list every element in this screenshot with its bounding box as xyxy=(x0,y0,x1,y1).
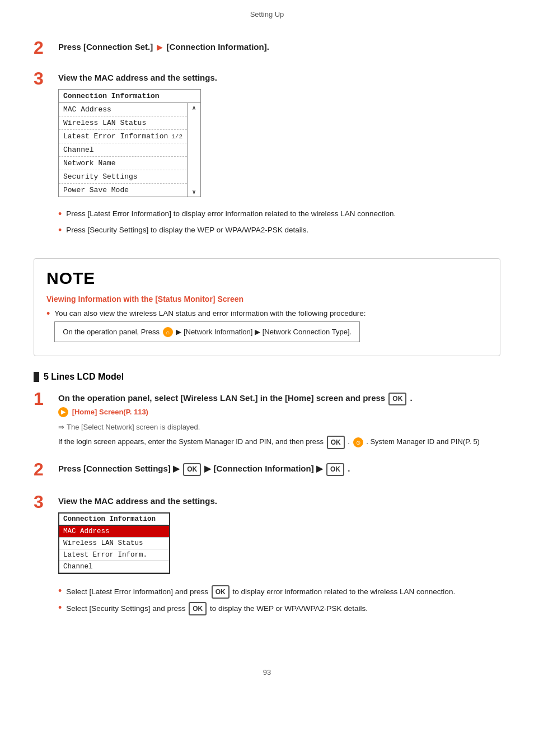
step-1-lcd-sub: ⇒ The [Select Network] screen is display… xyxy=(58,423,500,431)
bullets-touch: • Press [Latest Error Information] to di… xyxy=(58,208,500,237)
step-number-3-lcd: 3 xyxy=(34,493,55,511)
screen-title-lcd: Connection Information xyxy=(59,514,169,526)
step-number-1-lcd: 1 xyxy=(34,390,55,408)
orange-icon-step1: ⊙ xyxy=(353,437,363,447)
bullet-lcd-1: • Select [Latest Error Information] and … xyxy=(58,585,500,599)
ok-button-step2a: OK xyxy=(183,463,201,476)
bullet-touch-2: • Press [Security Settings] to display t… xyxy=(58,225,500,237)
page-header: Setting Up xyxy=(0,0,534,24)
screen-row-channel-lcd: Channel xyxy=(59,561,169,573)
connection-info-screen-touch: Connection Information MAC Address Wirel… xyxy=(58,89,201,197)
ok-button-bullet2: OK xyxy=(189,602,207,615)
screen-row-security-touch: Security Settings xyxy=(59,170,187,184)
step-3-lcd-content: View the MAC address and the settings. C… xyxy=(58,495,500,622)
section-5lines-label: 5 Lines LCD Model xyxy=(44,372,124,382)
note-procedure-box: On the operation panel, Press ⌂ ▶ [Netwo… xyxy=(54,321,360,343)
note-subtitle: Viewing Information with the [Status Mon… xyxy=(46,295,488,304)
home-icon: ⌂ xyxy=(163,327,173,337)
ok-button-step1a: OK xyxy=(388,393,406,405)
screen-row-power-touch: Power Save Mode xyxy=(59,184,187,197)
step-2-lcd-content: Press [Connection Settings] ▶ OK ▶ [Conn… xyxy=(58,463,500,481)
scroll-down-touch: ∨ xyxy=(192,188,196,195)
step-3-touch-content: View the MAC address and the settings. C… xyxy=(58,72,500,244)
step-2-touch-title: Press [Connection Set.] ▶ [Connection In… xyxy=(58,41,500,53)
screen-row-network-touch: Network Name xyxy=(59,157,187,170)
header-title: Setting Up xyxy=(250,10,284,18)
step-2-lcd-title: Press [Connection Settings] ▶ OK ▶ [Conn… xyxy=(58,463,500,475)
connection-info-screen-lcd: Connection Information MAC Address Wirel… xyxy=(58,512,170,574)
section-5lines-heading: 5 Lines LCD Model xyxy=(34,372,500,382)
screen-title-touch: Connection Information xyxy=(59,90,200,103)
screen-row-mac-touch: MAC Address xyxy=(59,103,187,116)
step2-touch-arrow: ▶ xyxy=(157,43,162,52)
step-3-lcd-title: View the MAC address and the settings. xyxy=(58,495,500,507)
scroll-up-touch: ∧ xyxy=(192,104,196,111)
screen-rows-touch: MAC Address Wireless LAN Status Latest E… xyxy=(59,103,187,197)
step-number-2-touch: 2 xyxy=(34,39,55,57)
home-screen-ref: ▶ [Home] Screen(P. 113) xyxy=(58,408,148,416)
screen-row-latest-touch: Latest Error Information 1/2 xyxy=(59,130,187,143)
screen-row-channel-touch: Channel xyxy=(59,143,187,157)
ok-button-bullet1: OK xyxy=(212,585,229,599)
step-2-touch: 2 Press [Connection Set.] ▶ [Connection … xyxy=(34,41,500,58)
bullets-lcd: • Select [Latest Error Information] and … xyxy=(58,585,500,615)
page-footer: 93 xyxy=(0,658,534,687)
screen-row-wireless-lcd: Wireless LAN Status xyxy=(59,538,169,549)
step-1-lcd-title: On the operation panel, select [Wireless… xyxy=(58,392,500,417)
scroll-indicator-touch: ∧ ∨ xyxy=(187,103,200,197)
screen-row-mac-lcd: MAC Address xyxy=(59,526,169,538)
orange-home-icon: ▶ xyxy=(58,407,68,417)
step-1-lcd-note: If the login screen appears, enter the S… xyxy=(58,436,500,449)
note-bullets: • You can also view the wireless LAN sta… xyxy=(46,308,488,343)
ok-button-step2b: OK xyxy=(326,463,344,476)
note-title: NOTE xyxy=(46,269,488,288)
step-number-3-touch: 3 xyxy=(34,69,55,87)
step-3-lcd: 3 View the MAC address and the settings.… xyxy=(34,495,500,622)
step-3-touch-title: View the MAC address and the settings. xyxy=(58,72,500,83)
ok-button-step1b: OK xyxy=(327,436,345,449)
bullet-lcd-2: • Select [Security Settings] and press O… xyxy=(58,602,500,615)
step-1-lcd: 1 On the operation panel, select [Wirele… xyxy=(34,392,500,449)
screen-row-latest-lcd: Latest Error Inform. xyxy=(59,549,169,561)
step-2-lcd: 2 Press [Connection Settings] ▶ OK ▶ [Co… xyxy=(34,463,500,481)
section-bar-icon xyxy=(34,372,39,382)
step-2-touch-content: Press [Connection Set.] ▶ [Connection In… xyxy=(58,41,500,58)
screen-row-wireless-touch: Wireless LAN Status xyxy=(59,116,187,130)
bullet-touch-1: • Press [Latest Error Information] to di… xyxy=(58,208,500,221)
note-bullet-1: • You can also view the wireless LAN sta… xyxy=(46,308,488,343)
step-3-touch: 3 View the MAC address and the settings.… xyxy=(34,72,500,244)
note-box: NOTE Viewing Information with the [Statu… xyxy=(34,258,500,357)
page-number: 93 xyxy=(263,668,271,676)
screen-scroll-col-touch: MAC Address Wireless LAN Status Latest E… xyxy=(59,103,200,197)
step-1-lcd-content: On the operation panel, select [Wireless… xyxy=(58,392,500,449)
main-content: 2 Press [Connection Set.] ▶ [Connection … xyxy=(0,24,534,658)
step-number-2-lcd: 2 xyxy=(34,460,55,478)
